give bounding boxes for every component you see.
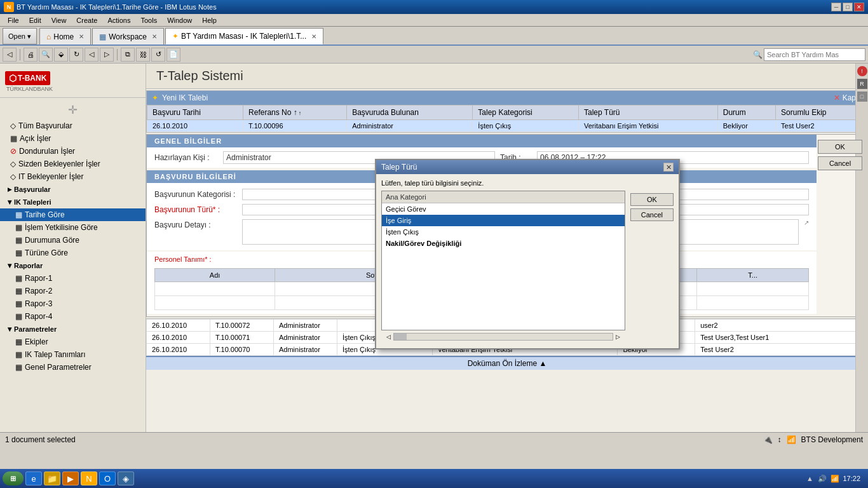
window-controls[interactable]: ─ □ ✕ [831, 3, 864, 11]
alert-icon[interactable]: ! [857, 66, 867, 76]
toolbar-mark[interactable]: ⬙ [54, 48, 68, 62]
personel-t-2[interactable] [697, 296, 809, 310]
nav-rapor1[interactable]: ▦ Rapor-1 [0, 272, 146, 285]
nav-turune-gore[interactable]: ▦ Türüne Göre [0, 247, 146, 259]
close-button[interactable]: ✕ [854, 3, 864, 11]
bottom-status-bar: 1 document selected 🔌 ↕ 📶 BTS Developmen… [0, 432, 868, 446]
cancel-button[interactable]: Cancel [818, 156, 862, 170]
col-basvuru-tarihi[interactable]: Başvuru Tarihi [147, 105, 243, 120]
toolbar-new[interactable]: 📄 [166, 48, 180, 62]
nav-ik-talepleri-group[interactable]: ▾ IK Talepleri [0, 196, 146, 208]
listbox-item-nakil[interactable]: Nakil/Görev Değişikliği [382, 238, 625, 249]
menu-file[interactable]: File [3, 15, 24, 25]
toolbar-copy[interactable]: ⧉ [121, 48, 135, 62]
open-button[interactable]: Open ▾ [3, 28, 37, 44]
nav-it-bekleyenler[interactable]: ◇ IT Bekleyenler İşler [0, 170, 146, 183]
nav-genel-parametreler[interactable]: ▦ Genel Parametreler [0, 361, 146, 374]
nav-ekipler[interactable]: ▦ Ekipler [0, 336, 146, 348]
tab-workspace[interactable]: ▦ Workspace ✕ [92, 28, 164, 44]
right-sidebar-icons: ! R □ [855, 64, 868, 432]
start-button[interactable]: ⊞ [3, 471, 24, 485]
dondurulan-icon: ⊘ [10, 147, 17, 156]
minimize-button[interactable]: ─ [831, 3, 841, 11]
nav-raporlar-group[interactable]: ▾ Raporlar [0, 259, 146, 272]
personel-adi[interactable] [155, 282, 275, 296]
nav-rapor4[interactable]: ▦ Rapor-4 [0, 310, 146, 323]
scroll-thumb[interactable] [394, 334, 407, 340]
nav-dondurulan[interactable]: ⊘ Dondurulan İşler [0, 145, 146, 158]
ok-button[interactable]: OK [818, 140, 862, 154]
nav-acik-isler[interactable]: ▦ Açık İşler [0, 132, 146, 145]
personel-t[interactable] [697, 282, 809, 296]
tab-bt-yardim[interactable]: ✦ BT Yardım Masası - IK Talepleri\1.T...… [165, 28, 323, 44]
popup-cancel-button[interactable]: Cancel [630, 208, 674, 221]
menu-actions[interactable]: Actions [102, 15, 135, 25]
col-referans-no[interactable]: Referans No ↑↑ [243, 105, 347, 120]
toolbar-refresh[interactable]: ↺ [151, 48, 165, 62]
signal-icon: 📶 [787, 435, 796, 444]
col-durum[interactable]: Durum [717, 105, 775, 120]
tab-bt-close[interactable]: ✕ [311, 33, 316, 40]
nav-tum-basvurular[interactable]: ◇ Tüm Başvurular [0, 119, 146, 132]
detay-expand-icon[interactable]: ↗ [804, 219, 809, 226]
tab-workspace-close[interactable]: ✕ [152, 33, 157, 40]
scroll-track[interactable] [393, 333, 613, 341]
popup-title: Talep Türü [381, 163, 417, 172]
nav-rapor2[interactable]: ▦ Rapor-2 [0, 285, 146, 297]
toolbar-search[interactable]: 🔍 [39, 48, 53, 62]
col-basvuran[interactable]: Başvuruda Bulunan [347, 105, 473, 120]
popup-listbox[interactable]: Ana Kategori Geçici Görev İşe Giriş İşte… [381, 191, 625, 330]
popup-ok-button[interactable]: OK [630, 193, 674, 206]
menu-view[interactable]: View [46, 15, 72, 25]
table-row[interactable]: 26.10.2010 T.10.00096 Administrator İşte… [147, 120, 867, 132]
toolbar-next[interactable]: ▷ [100, 48, 114, 62]
toolbar-sync[interactable]: ↻ [69, 48, 83, 62]
taskbar-media-icon[interactable]: ▶ [62, 471, 79, 485]
listbox-item-gecici[interactable]: Geçici Görev [382, 203, 625, 215]
toolbar-back[interactable]: ◁ [3, 48, 17, 62]
toolbar-link[interactable]: ⛓ [136, 48, 150, 62]
toolbar-prev[interactable]: ◁ [85, 48, 98, 62]
tum-icon: ◇ [10, 121, 16, 130]
scroll-left-icon[interactable]: ◁ [386, 334, 391, 340]
col-talep-turu[interactable]: Talep Türü [579, 105, 718, 120]
menu-edit[interactable]: Edit [24, 15, 46, 25]
kapat-icon: ✕ [834, 93, 840, 102]
taskbar-outlook-icon[interactable]: O [99, 471, 116, 485]
menu-tools[interactable]: Tools [135, 15, 162, 25]
popup-close-icon[interactable]: ✕ [663, 163, 674, 172]
cal-icon[interactable]: □ [857, 92, 867, 102]
nav-tarihe-gore[interactable]: ▦ Tarihe Göre [0, 208, 146, 221]
col-sorumlu[interactable]: Sorumlu Ekip [776, 105, 867, 120]
rss-icon[interactable]: R [857, 79, 867, 89]
nav-durumuna-gore[interactable]: ▦ Durumuna Göre [0, 234, 146, 247]
taskbar-extra-icon[interactable]: ◈ [118, 471, 134, 485]
nav-rapor3[interactable]: ▦ Rapor-3 [0, 297, 146, 310]
menu-window[interactable]: Window [162, 15, 197, 25]
content-area: T-Talep Sistemi ✦ Yeni IK Talebi ✕ Kapat… [146, 64, 868, 432]
restore-button[interactable]: □ [843, 3, 853, 11]
taskbar-lotus-icon[interactable]: N [81, 471, 97, 485]
menu-create[interactable]: Create [71, 15, 102, 25]
nav-parametreler-group[interactable]: ▾ Parametreler [0, 323, 146, 336]
scroll-right-icon[interactable]: ▷ [616, 334, 620, 340]
taskbar-ie-icon[interactable]: e [25, 471, 42, 485]
nav-basvurular-group[interactable]: ▸ Başvurular [0, 183, 146, 196]
taskbar-folder-icon[interactable]: 📁 [44, 471, 60, 485]
personel-adi-2[interactable] [155, 296, 275, 310]
listbox-item-isten-cikis[interactable]: İşten Çıkış [382, 226, 625, 238]
new-ik-icon: ✦ [152, 93, 158, 102]
listbox-item-ise-giris[interactable]: İşe Giriş [382, 215, 625, 226]
tab-home-close[interactable]: ✕ [79, 33, 84, 40]
bank-subtitle: TÜRKLANDBANK [6, 86, 140, 92]
col-kategori[interactable]: Talep Kategorisi [473, 105, 579, 120]
toolbar-print[interactable]: 🖨 [24, 48, 37, 62]
ekipler-icon: ▦ [15, 337, 22, 346]
nav-ik-talep-tanimlari[interactable]: ▦ IK Talep Tanımları [0, 348, 146, 361]
nav-sizden[interactable]: ◇ Sizden Bekleyenler İşler [0, 158, 146, 170]
tab-home[interactable]: ⌂ Home ✕ [39, 28, 91, 44]
menu-help[interactable]: Help [197, 15, 222, 25]
nav-islem-yetkilisi[interactable]: ▦ İşlem Yetkilisine Göre [0, 221, 146, 234]
doc-preview-bar[interactable]: Doküman Ön İzleme ▲ [146, 356, 868, 370]
search-input[interactable] [764, 48, 865, 61]
